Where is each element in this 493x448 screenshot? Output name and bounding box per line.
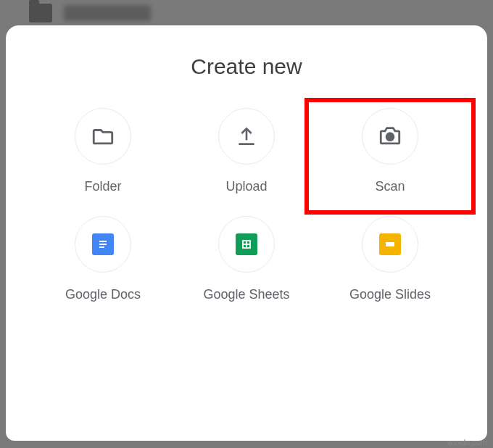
docs-icon-circle <box>75 216 131 273</box>
docs-icon <box>92 233 114 255</box>
options-grid: Folder Upload Scan <box>20 108 473 302</box>
option-upload[interactable]: Upload <box>178 108 315 194</box>
option-label: Google Sheets <box>203 287 289 302</box>
svg-rect-1 <box>99 241 107 242</box>
svg-rect-2 <box>99 244 107 245</box>
slides-icon <box>379 233 401 255</box>
option-label: Upload <box>225 179 267 194</box>
folder-icon <box>91 124 115 149</box>
upload-icon <box>235 125 258 148</box>
option-google-sheets[interactable]: Google Sheets <box>178 216 315 302</box>
svg-rect-7 <box>386 242 394 246</box>
blurred-title <box>64 5 151 21</box>
sheets-icon-circle <box>218 216 275 273</box>
scan-icon-circle <box>362 108 418 165</box>
option-label: Google Docs <box>65 287 141 302</box>
folder-icon <box>29 4 52 22</box>
folder-icon-circle <box>75 108 131 165</box>
watermark: wsxdn.com <box>447 438 487 447</box>
option-google-docs[interactable]: Google Docs <box>35 216 171 302</box>
option-folder[interactable]: Folder <box>35 108 171 194</box>
slides-icon-circle <box>362 216 418 273</box>
camera-icon <box>378 124 402 149</box>
option-scan[interactable]: Scan <box>304 98 476 215</box>
upload-icon-circle <box>218 108 275 165</box>
svg-point-0 <box>386 133 394 141</box>
svg-rect-3 <box>99 246 104 248</box>
option-label: Scan <box>375 179 405 194</box>
sheets-icon <box>236 233 257 255</box>
option-google-slides[interactable]: Google Slides <box>322 216 458 302</box>
option-label: Folder <box>84 179 121 194</box>
modal-title: Create new <box>20 54 473 79</box>
create-new-modal: Create new Folder Upload <box>6 25 487 441</box>
background-header <box>29 4 151 22</box>
option-label: Google Slides <box>349 287 431 302</box>
